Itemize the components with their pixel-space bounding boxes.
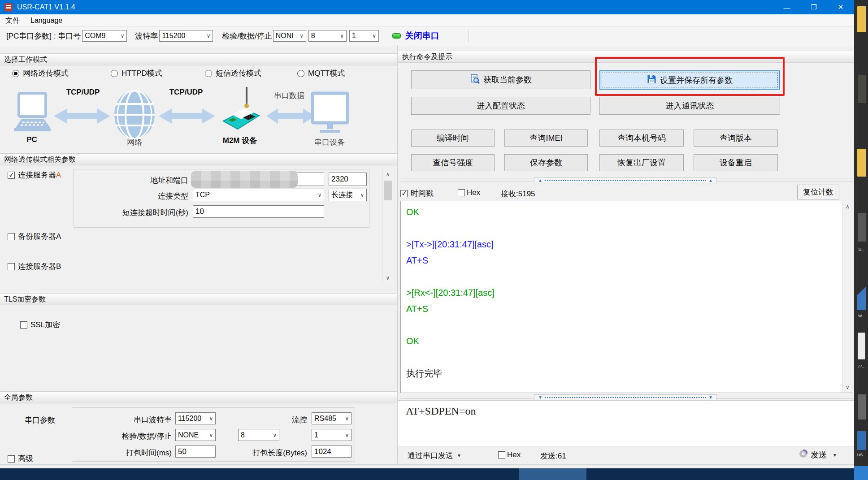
baud-label: 波特率: [135, 31, 158, 41]
taskbar-corner-button[interactable]: [854, 466, 868, 480]
set-save-params-button[interactable]: 设置并保存所有参数: [599, 70, 780, 90]
mode-radio-httpd[interactable]: HTTPD模式: [111, 68, 162, 78]
menu-language[interactable]: Language: [25, 14, 68, 27]
reset-count-button[interactable]: 复位计数: [797, 185, 839, 199]
databits-select[interactable]: 8: [308, 30, 347, 42]
pack-len-input[interactable]: 1024: [312, 445, 352, 458]
parity-select[interactable]: NONI: [273, 30, 306, 42]
g-baud-select[interactable]: 115200: [175, 412, 216, 424]
desktop-app-icon[interactable]: [857, 287, 866, 310]
conn-type-select[interactable]: TCP: [193, 189, 324, 201]
send-input-text[interactable]: AT+SDPEN=on: [398, 401, 854, 417]
short-conn-timeout-input[interactable]: 10: [193, 205, 324, 218]
advanced-checkbox[interactable]: 高级: [8, 454, 33, 464]
cmd-save-params-button[interactable]: 保存参数: [504, 154, 588, 171]
log-line: AT+S: [406, 301, 852, 317]
serial-group-label: 串口参数: [25, 415, 55, 425]
document-icon[interactable]: [858, 333, 865, 359]
checkbox-icon: [8, 263, 15, 270]
desktop-app-icon[interactable]: [858, 75, 866, 103]
server-a-checkbox[interactable]: 连接服务器A: [8, 170, 61, 180]
node-m2m-label: M2M 设备: [211, 135, 269, 146]
log-splitter[interactable]: ▲ ▲: [400, 178, 853, 182]
cmd-device-restart-button[interactable]: 设备重启: [694, 154, 778, 171]
close-button-icon[interactable]: ✕: [827, 0, 854, 14]
cmd-query-number-button[interactable]: 查询本机号码: [599, 130, 684, 147]
scroll-down-icon[interactable]: ∨: [842, 382, 853, 393]
chevron-down-icon: [271, 432, 279, 438]
splitter-handle[interactable]: ▲ ▲: [534, 177, 717, 183]
keepalive-select[interactable]: 长连接: [329, 189, 367, 201]
mode-radio-sms-passthrough[interactable]: 短信透传模式: [205, 68, 261, 78]
send-splitter[interactable]: ▼ ▼: [400, 395, 853, 399]
timestamp-checkbox[interactable]: 时间戳: [400, 188, 434, 199]
link2-label: TCP/UDP: [159, 88, 213, 97]
restore-button-icon[interactable]: ❐: [800, 0, 827, 14]
chevron-down-icon: [316, 192, 324, 198]
send-button[interactable]: 发送 ▼: [799, 450, 837, 460]
checkbox-icon: [8, 455, 15, 463]
checkbox-checked-icon: [8, 172, 15, 179]
com-port-select[interactable]: COM9: [82, 30, 127, 42]
get-params-button[interactable]: 获取当前参数: [411, 70, 590, 89]
scroll-down-icon[interactable]: ∨: [382, 272, 393, 283]
log-line: AT+S: [406, 252, 852, 268]
g-stopbits-select[interactable]: 1: [312, 429, 352, 441]
cmd-factory-reset-button[interactable]: 恢复出厂设置: [599, 154, 684, 171]
enter-config-button[interactable]: 进入配置状态: [411, 97, 590, 115]
checkbox-icon: [8, 233, 15, 240]
collapse-up-icon[interactable]: ▲: [538, 178, 542, 183]
close-port-button[interactable]: 关闭串口: [392, 30, 439, 42]
laptop-icon: [13, 92, 51, 136]
server-port-input[interactable]: 2320: [329, 173, 367, 186]
cmd-compile-time-button[interactable]: 编译时间: [411, 130, 495, 147]
window-title: USR-CAT1 V1.1.4: [17, 3, 75, 11]
taskbar-active-app[interactable]: [519, 468, 586, 480]
pack-time-input[interactable]: 50: [175, 445, 216, 458]
log-output[interactable]: OK >[Tx->][20:31:47][asc] AT+S >[Rx<-][2…: [400, 201, 853, 393]
window-bottom-edge: [0, 464, 854, 468]
folder-icon[interactable]: [857, 6, 866, 32]
desktop-app-icon[interactable]: [858, 213, 866, 242]
g-databits-select[interactable]: 8: [238, 429, 279, 441]
cmd-query-version-button[interactable]: 查询版本: [694, 130, 778, 147]
minimize-button-icon[interactable]: —: [773, 0, 800, 14]
baud-select[interactable]: 115200: [159, 30, 213, 42]
network-globe-icon: [113, 90, 156, 142]
chevron-down-icon: [207, 415, 215, 422]
scrollbar-thumb[interactable]: [384, 181, 392, 200]
scroll-up-icon[interactable]: ∧: [382, 169, 393, 180]
chevron-down-icon: [204, 33, 213, 39]
splitter-handle[interactable]: ▼ ▼: [534, 394, 717, 400]
g-parity-select[interactable]: NONE: [175, 429, 216, 441]
scroll-up-icon[interactable]: ∧: [842, 201, 853, 212]
enter-comm-button[interactable]: 进入通讯状态: [599, 97, 780, 115]
folder-icon[interactable]: [857, 149, 866, 177]
collapse-down-icon[interactable]: ▼: [538, 395, 542, 400]
log-hex-checkbox[interactable]: Hex: [458, 188, 480, 197]
send-via-serial-dropdown[interactable]: 通过串口发送 ▼: [408, 450, 461, 461]
splitter-dots: [545, 180, 706, 181]
menu-file[interactable]: 文件: [0, 14, 25, 27]
mode-radio-net-passthrough[interactable]: 网络透传模式: [12, 68, 69, 78]
send-input-area[interactable]: AT+SDPEN=on: [398, 400, 854, 446]
cmd-query-imei-button[interactable]: 查询IMEI: [504, 130, 588, 147]
backup-server-a-checkbox[interactable]: 备份服务器A: [8, 231, 61, 242]
arrow-left-right-icon: [158, 107, 216, 128]
send-hex-checkbox[interactable]: Hex: [498, 450, 521, 459]
stopbits-select[interactable]: 1: [349, 30, 379, 42]
g-parity-label: 检验/数据/停止: [101, 431, 172, 441]
parity-label: 检验/数据/停止: [222, 31, 272, 41]
collapse-down-icon[interactable]: ▼: [708, 395, 713, 400]
mode-radio-mqtt[interactable]: MQTT模式: [297, 68, 345, 78]
log-scrollbar[interactable]: ∧ ∨: [842, 201, 853, 393]
ssl-checkbox[interactable]: SSL加密: [20, 320, 60, 330]
cmd-signal-strength-button[interactable]: 查信号强度: [411, 154, 495, 171]
flow-select[interactable]: RS485: [312, 412, 352, 424]
taskbar[interactable]: [0, 468, 868, 480]
params-scrollbar[interactable]: ∧ ∨: [382, 169, 393, 283]
server-b-checkbox[interactable]: 连接服务器B: [8, 261, 61, 272]
desktop-app-icon[interactable]: [857, 431, 866, 450]
desktop-app-icon[interactable]: [858, 394, 866, 419]
collapse-up-icon[interactable]: ▲: [708, 178, 713, 183]
